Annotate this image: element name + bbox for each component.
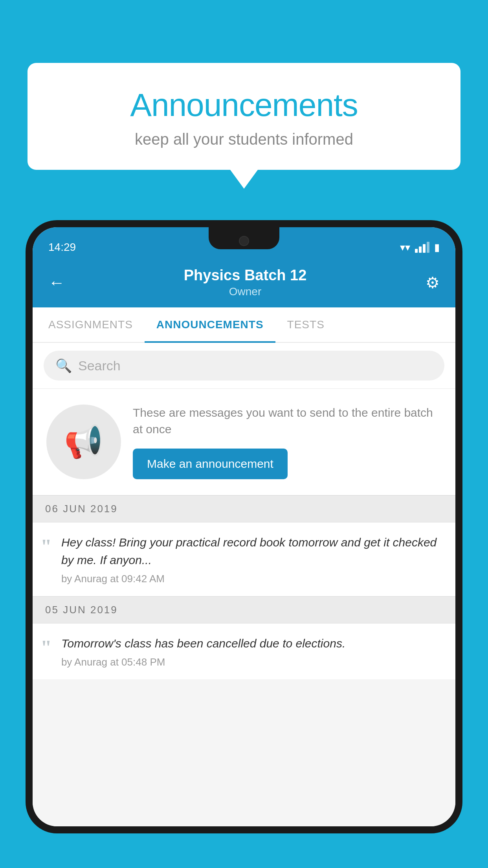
megaphone-icon: 📢: [64, 423, 103, 460]
date-section-1: 06 JUN 2019: [33, 495, 455, 522]
gear-icon[interactable]: ⚙: [426, 274, 440, 292]
tab-assignments[interactable]: ASSIGNMENTS: [37, 307, 145, 342]
status-time: 14:29: [48, 241, 76, 254]
announcement-content-2: Tomorrow's class has been cancelled due …: [61, 634, 444, 668]
status-icons: ▾▾ ▮: [400, 241, 440, 254]
phone-camera: [239, 236, 249, 246]
speech-bubble-title: Announcements: [47, 86, 441, 123]
announcement-item-2[interactable]: " Tomorrow's class has been cancelled du…: [33, 623, 455, 679]
search-container: 🔍 Search: [33, 343, 455, 389]
announcement-content-1: Hey class! Bring your practical record b…: [61, 533, 444, 585]
date-label-2: 05 JUN 2019: [45, 604, 118, 616]
back-button[interactable]: ←: [48, 273, 65, 292]
quote-icon-1: ": [40, 537, 52, 557]
announcement-meta-1: by Anurag at 09:42 AM: [61, 573, 444, 585]
promo-right: These are messages you want to send to t…: [133, 405, 442, 479]
date-label-1: 06 JUN 2019: [45, 503, 118, 515]
speech-bubble-subtitle: keep all your students informed: [47, 131, 441, 148]
content-area: 🔍 Search 📢 These are messages you want t…: [33, 343, 455, 826]
quote-icon-2: ": [40, 638, 52, 658]
header-title-group: Physics Batch 12 Owner: [184, 267, 307, 298]
phone-frame: 14:29 ▾▾ ▮ ← Physics Batch 12: [26, 220, 462, 833]
wifi-icon: ▾▾: [400, 241, 410, 254]
search-bar[interactable]: 🔍 Search: [44, 351, 444, 381]
tab-announcements[interactable]: ANNOUNCEMENTS: [145, 307, 275, 342]
tabs-bar: ASSIGNMENTS ANNOUNCEMENTS TESTS: [33, 307, 455, 343]
announcement-text-2: Tomorrow's class has been cancelled due …: [61, 634, 444, 652]
date-section-2: 05 JUN 2019: [33, 596, 455, 623]
promo-description: These are messages you want to send to t…: [133, 405, 442, 438]
speech-bubble: Announcements keep all your students inf…: [28, 63, 460, 170]
announcement-meta-2: by Anurag at 05:48 PM: [61, 656, 444, 668]
speech-bubble-container: Announcements keep all your students inf…: [28, 63, 460, 170]
signal-bars: [415, 242, 429, 253]
header-subtitle: Owner: [184, 285, 307, 298]
announcement-item-1[interactable]: " Hey class! Bring your practical record…: [33, 522, 455, 596]
header-title: Physics Batch 12: [184, 267, 307, 284]
phone-screen: 14:29 ▾▾ ▮ ← Physics Batch 12: [33, 227, 455, 826]
app-header: ← Physics Batch 12 Owner ⚙: [33, 258, 455, 307]
search-placeholder: Search: [78, 358, 121, 373]
phone-notch: [209, 227, 279, 249]
tab-tests[interactable]: TESTS: [275, 307, 336, 342]
phone-container: 14:29 ▾▾ ▮ ← Physics Batch 12: [26, 220, 462, 868]
battery-icon: ▮: [434, 241, 440, 254]
promo-icon-circle: 📢: [46, 405, 121, 479]
search-icon: 🔍: [55, 358, 72, 373]
announcement-text-1: Hey class! Bring your practical record b…: [61, 533, 444, 569]
make-announcement-button[interactable]: Make an announcement: [133, 449, 288, 479]
announcement-promo: 📢 These are messages you want to send to…: [33, 389, 455, 495]
